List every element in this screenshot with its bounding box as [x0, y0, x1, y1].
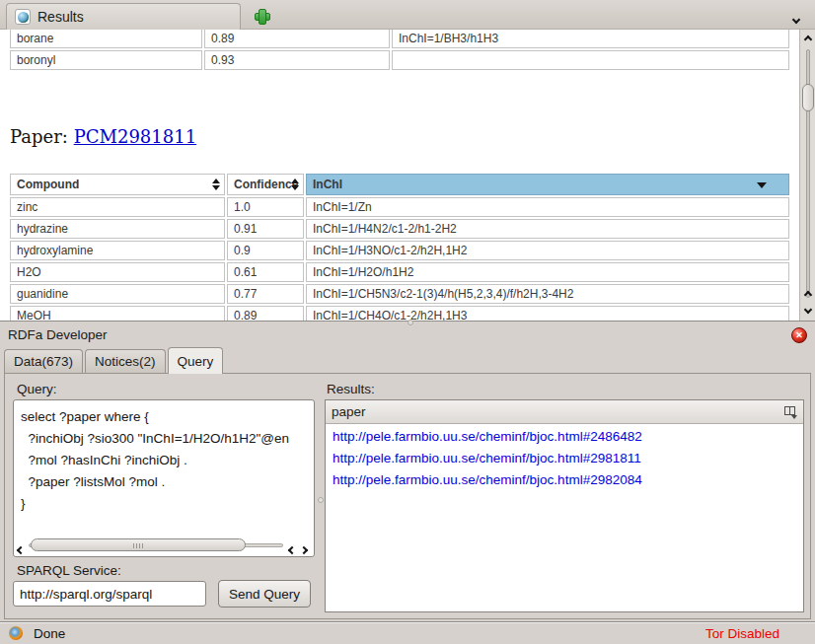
results-list: paper http://pele.farmbio.uu.se/cheminf/… [325, 399, 804, 612]
scroll-left-button-right[interactable] [289, 541, 297, 549]
tab-notices[interactable]: Notices(2) [85, 349, 166, 374]
tab-data[interactable]: Data(673) [4, 349, 83, 374]
table-row: guanidine 0.77 InChI=1/CH5N3/c2-1(3)4/h(… [10, 284, 789, 304]
tab-list-dropdown-button[interactable] [793, 9, 805, 21]
confidence-cell: 0.89 [204, 30, 390, 48]
scroll-down-button[interactable] [804, 306, 812, 314]
inchi-cell: InChI=1/CH5N3/c2-1(3)4/h(H5,2,3,4)/f/h2H… [306, 284, 789, 304]
send-query-button[interactable]: Send Query [218, 580, 311, 608]
horizontal-scrollbar[interactable] [17, 537, 311, 553]
scrollbar-thumb[interactable] [31, 538, 246, 551]
confidence-cell: 0.61 [227, 262, 304, 282]
compound-cell: MeOH [10, 306, 225, 321]
compound-cell: borane [10, 30, 202, 48]
table-header-row: Compound Confidence InChI [10, 174, 789, 195]
splitter-grip [318, 497, 324, 503]
header-inchi[interactable]: InChI [306, 174, 789, 195]
tab-results[interactable]: Results [6, 3, 241, 30]
tab-title: Results [37, 9, 84, 25]
page-content: borane 0.89 InChI=1/BH3/h1H3 boronyl 0.9… [0, 30, 815, 321]
results-column-header[interactable]: paper [326, 400, 803, 424]
chevron-left-icon [17, 546, 25, 554]
table-row: MeOH 0.89 InChI=1/CH4O/c1-2/h2H,1H3 [10, 306, 789, 321]
result-row[interactable]: http://pele.farmbio.uu.se/cheminf/bjoc.h… [326, 448, 803, 469]
scroll-left-button[interactable] [18, 541, 26, 549]
compound-cell: H2O [10, 262, 225, 282]
table-row: hydroxylamine 0.9 InChI=1/H3NO/c1-2/h2H,… [10, 241, 789, 260]
inchi-cell: InChI=1/H4N2/c1-2/h1-2H2 [306, 219, 789, 239]
status-bar: Done Tor Disabled [0, 621, 815, 644]
confidence-cell: 0.93 [204, 50, 390, 70]
new-tab-button[interactable] [255, 9, 268, 23]
paper-heading: Paper: PCM2981811 [10, 126, 196, 147]
query-line: } [21, 493, 314, 515]
query-line: ?paper ?listsMol ?mol . [21, 471, 314, 493]
tab-bar: Results [0, 0, 815, 30]
paper-label: Paper: [10, 126, 68, 147]
firefox-icon [9, 626, 23, 640]
chevron-down-icon [804, 306, 812, 314]
panel-title: RDFa Developer [8, 327, 108, 342]
tor-status[interactable]: Tor Disabled [705, 626, 779, 641]
inchi-cell: InChI=1/CH4O/c1-2/h2H,1H3 [306, 306, 789, 321]
column-header-label: paper [332, 404, 366, 419]
page-favicon [15, 9, 31, 25]
compound-cell: zinc [10, 197, 225, 217]
sparql-service-label: SPARQL Service: [17, 563, 121, 578]
tab-query[interactable]: Query [168, 347, 224, 374]
sort-icon[interactable] [212, 179, 220, 190]
query-line: ?mol ?hasInChi ?inchiObj . [21, 450, 314, 471]
column-dropdown-icon[interactable] [757, 182, 767, 188]
pane-splitter[interactable] [317, 374, 325, 618]
table-row: boronyl 0.93 [10, 50, 789, 70]
result-row[interactable]: http://pele.farmbio.uu.se/cheminf/bjoc.h… [326, 426, 803, 448]
panel-resize-grip[interactable] [408, 320, 413, 325]
query-editor[interactable]: select ?paper where { ?inchiObj ?sio300 … [13, 399, 315, 557]
confidence-cell: 1.0 [227, 197, 304, 217]
sort-icon[interactable] [291, 179, 299, 190]
query-label: Query: [17, 382, 57, 396]
results-label: Results: [327, 382, 375, 396]
confidence-cell: 0.77 [227, 284, 304, 304]
chevron-left-icon [288, 546, 296, 554]
chevron-down-icon [792, 16, 800, 24]
paper-link[interactable]: PCM2981811 [74, 126, 196, 147]
query-line: select ?paper where { [21, 406, 314, 428]
sparql-service-input[interactable] [13, 581, 206, 607]
results-rows: http://pele.farmbio.uu.se/cheminf/bjoc.h… [326, 426, 803, 611]
compound-table: Compound Confidence InChI zinc 1.0 InChI… [8, 172, 791, 321]
inchi-cell [392, 50, 789, 70]
scrollbar-thumb[interactable] [802, 84, 814, 111]
query-line: ?inchiObj ?sio300 "InChI=1/H2O/h1H2"@en [21, 428, 314, 450]
query-tab-panel: Query: select ?paper where { ?inchiObj ?… [4, 373, 811, 619]
result-row[interactable]: http://pele.farmbio.uu.se/cheminf/bjoc.h… [326, 469, 803, 491]
close-icon: ✕ [795, 330, 803, 340]
inchi-cell: InChI=1/H3NO/c1-2/h2H,1H2 [306, 241, 789, 260]
scroll-up-button-bottom[interactable] [804, 291, 812, 299]
compound-cell: hydroxylamine [10, 241, 225, 260]
table-row: hydrazine 0.91 InChI=1/H4N2/c1-2/h1-2H2 [10, 219, 789, 239]
inchi-cell: InChI=1/BH3/h1H3 [392, 30, 789, 48]
table-row: borane 0.89 InChI=1/BH3/h1H3 [10, 30, 789, 48]
compound-cell: hydrazine [10, 219, 225, 239]
scroll-up-button[interactable] [804, 36, 812, 43]
header-compound[interactable]: Compound [10, 174, 225, 195]
compound-table-top: borane 0.89 InChI=1/BH3/h1H3 boronyl 0.9… [8, 30, 791, 72]
chevron-up-icon [804, 36, 812, 43]
inchi-cell: InChI=1/H2O/h1H2 [306, 262, 789, 282]
column-picker-icon[interactable] [783, 405, 798, 419]
browser-window: Results borane 0.89 InChI=1/BH3/h1H3 bor… [0, 0, 815, 644]
compound-cell: boronyl [10, 50, 202, 70]
table-row: H2O 0.61 InChI=1/H2O/h1H2 [10, 262, 789, 282]
confidence-cell: 0.89 [227, 306, 304, 321]
vertical-scrollbar[interactable] [799, 30, 815, 321]
status-text: Done [34, 626, 65, 641]
rdfa-developer-panel: RDFa Developer ✕ Data(673) Notices(2) Qu… [0, 321, 815, 621]
query-text[interactable]: select ?paper where { ?inchiObj ?sio300 … [21, 406, 314, 523]
scroll-right-button[interactable] [301, 541, 309, 549]
header-confidence[interactable]: Confidence [227, 174, 304, 195]
close-panel-button[interactable]: ✕ [791, 327, 807, 343]
inchi-cell: InChI=1/Zn [306, 197, 789, 217]
chevron-right-icon [300, 546, 308, 554]
table-row: zinc 1.0 InChI=1/Zn [10, 197, 789, 217]
